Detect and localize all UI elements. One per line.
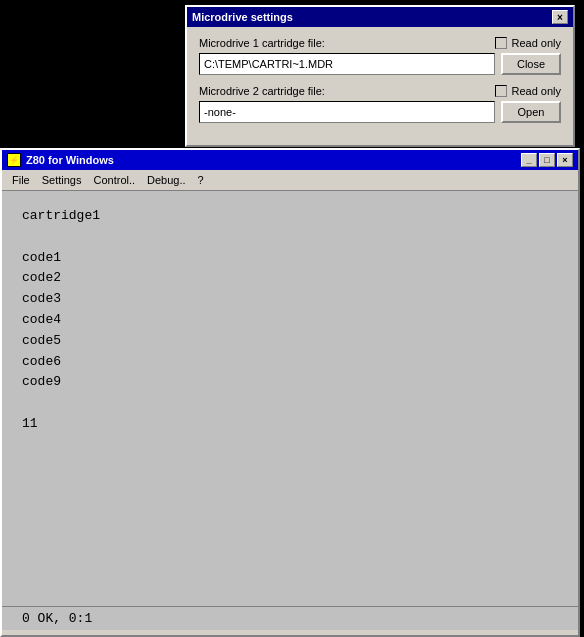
status-text: 0 OK, 0:1 (22, 611, 92, 626)
microdrive2-label-row: Microdrive 2 cartridge file: Read only (199, 85, 561, 97)
microdrive2-readonly-label: Read only (511, 85, 561, 97)
microdrive1-input-row: Close (199, 53, 561, 75)
main-menubar: File Settings Control.. Debug.. ? (2, 170, 578, 191)
microdrive1-readonly-checkbox[interactable] (495, 37, 507, 49)
minimize-button[interactable]: _ (521, 153, 537, 167)
microdrive1-close-button[interactable]: Close (501, 53, 561, 75)
microdrive2-input-row: Open (199, 101, 561, 123)
main-content: cartridge1 code1 code2 code3 code4 code5… (2, 191, 578, 630)
microdrive1-input[interactable] (199, 53, 495, 75)
microdrive2-readonly-checkbox[interactable] (495, 85, 507, 97)
main-titlebar: ⚡ Z80 for Windows _ □ × (2, 150, 578, 170)
menu-control[interactable]: Control.. (87, 172, 141, 188)
microdrive2-row: Microdrive 2 cartridge file: Read only O… (199, 85, 561, 123)
main-window: ⚡ Z80 for Windows _ □ × File Settings Co… (0, 148, 580, 637)
maximize-button[interactable]: □ (539, 153, 555, 167)
menu-settings[interactable]: Settings (36, 172, 88, 188)
menu-file[interactable]: File (6, 172, 36, 188)
microdrive2-label: Microdrive 2 cartridge file: (199, 85, 325, 97)
main-window-title: Z80 for Windows (26, 154, 114, 166)
microdrive1-readonly-label: Read only (511, 37, 561, 49)
content-output: cartridge1 code1 code2 code3 code4 code5… (22, 206, 558, 435)
dialog-body: Microdrive 1 cartridge file: Read only C… (187, 27, 573, 145)
dialog-close-button[interactable]: × (552, 10, 568, 24)
microdrive1-row: Microdrive 1 cartridge file: Read only C… (199, 37, 561, 75)
microdrive2-open-button[interactable]: Open (501, 101, 561, 123)
microdrive2-input[interactable] (199, 101, 495, 123)
main-title-left: ⚡ Z80 for Windows (7, 153, 114, 167)
microdrive1-readonly: Read only (495, 37, 561, 49)
close-button[interactable]: × (557, 153, 573, 167)
app-icon: ⚡ (7, 153, 21, 167)
menu-debug[interactable]: Debug.. (141, 172, 192, 188)
status-bar: 0 OK, 0:1 (2, 606, 578, 630)
microdrive-dialog: Microdrive settings × Microdrive 1 cartr… (185, 5, 575, 147)
dialog-title: Microdrive settings (192, 11, 552, 23)
microdrive1-label-row: Microdrive 1 cartridge file: Read only (199, 37, 561, 49)
dialog-titlebar: Microdrive settings × (187, 7, 573, 27)
main-window-controls: _ □ × (521, 153, 573, 167)
microdrive1-label: Microdrive 1 cartridge file: (199, 37, 325, 49)
menu-help[interactable]: ? (192, 172, 210, 188)
microdrive2-readonly: Read only (495, 85, 561, 97)
